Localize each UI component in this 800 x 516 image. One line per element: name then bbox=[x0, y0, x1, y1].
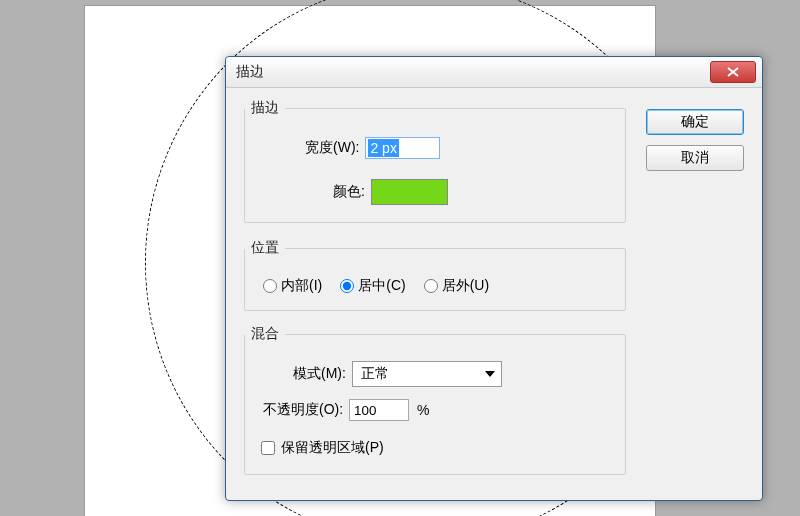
width-input-selection: 2 px bbox=[368, 139, 398, 157]
mode-row: 模式(M): 正常 bbox=[293, 361, 502, 387]
position-legend: 位置 bbox=[245, 239, 285, 257]
title-bar: 描边 bbox=[226, 57, 762, 88]
position-radio-row: 内部(I) 居中(C) 居外(U) bbox=[263, 277, 489, 295]
blend-legend: 混合 bbox=[245, 325, 285, 343]
radio-inside-label: 内部(I) bbox=[281, 277, 322, 295]
cancel-button[interactable]: 取消 bbox=[646, 145, 744, 171]
mode-select[interactable]: 正常 bbox=[352, 361, 502, 387]
ok-button[interactable]: 确定 bbox=[646, 109, 744, 135]
color-row: 颜色: bbox=[333, 179, 448, 205]
opacity-label: 不透明度(O): bbox=[263, 401, 343, 419]
width-label: 宽度(W): bbox=[305, 139, 359, 157]
chevron-down-icon bbox=[485, 371, 495, 377]
radio-outside-label: 居外(U) bbox=[442, 277, 489, 295]
opacity-row: 不透明度(O): % bbox=[263, 399, 430, 421]
stroke-dialog: 描边 描边 宽度(W): 2 px 颜色: 位置 bbox=[225, 56, 763, 501]
close-button[interactable] bbox=[710, 61, 756, 83]
dialog-body: 描边 宽度(W): 2 px 颜色: 位置 内部(I) bbox=[226, 87, 762, 500]
opacity-unit: % bbox=[417, 402, 429, 418]
stroke-legend: 描边 bbox=[245, 99, 285, 117]
dialog-title: 描边 bbox=[236, 63, 710, 81]
close-icon bbox=[727, 67, 739, 77]
preserve-checkbox[interactable] bbox=[261, 441, 275, 455]
radio-outside-input[interactable] bbox=[424, 279, 438, 293]
radio-center-label: 居中(C) bbox=[358, 277, 405, 295]
radio-inside-input[interactable] bbox=[263, 279, 277, 293]
radio-center-input[interactable] bbox=[340, 279, 354, 293]
position-group: 位置 内部(I) 居中(C) 居外(U) bbox=[244, 239, 626, 311]
width-row: 宽度(W): 2 px bbox=[305, 137, 440, 159]
color-swatch[interactable] bbox=[371, 179, 448, 205]
blend-group: 混合 模式(M): 正常 不透明度(O): % 保留透明区域(P) bbox=[244, 325, 626, 475]
width-input-wrap: 2 px bbox=[365, 137, 440, 159]
preserve-row: 保留透明区域(P) bbox=[261, 439, 384, 457]
preserve-label: 保留透明区域(P) bbox=[281, 439, 384, 457]
radio-outside[interactable]: 居外(U) bbox=[424, 277, 489, 295]
radio-inside[interactable]: 内部(I) bbox=[263, 277, 322, 295]
opacity-input[interactable] bbox=[349, 399, 409, 421]
radio-center[interactable]: 居中(C) bbox=[340, 277, 405, 295]
stroke-group: 描边 宽度(W): 2 px 颜色: bbox=[244, 99, 626, 223]
color-label: 颜色: bbox=[333, 183, 365, 201]
mode-label: 模式(M): bbox=[293, 365, 346, 383]
mode-value: 正常 bbox=[361, 365, 389, 383]
